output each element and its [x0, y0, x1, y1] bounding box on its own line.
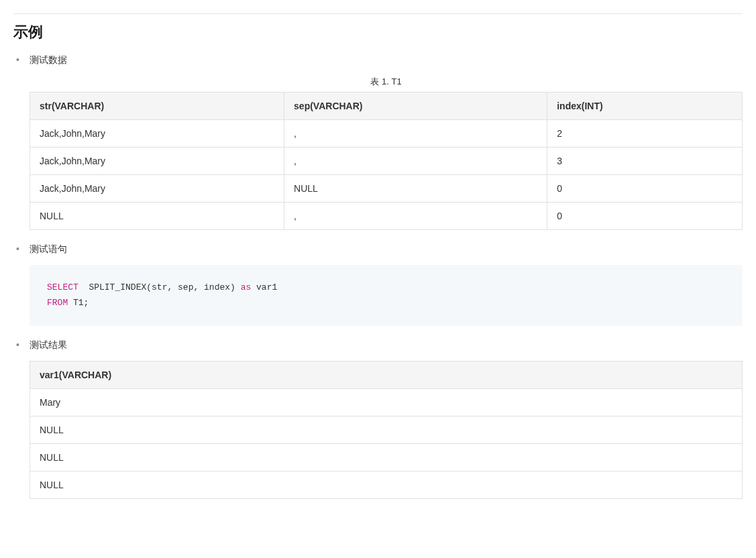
table-row: NULL — [30, 416, 743, 443]
cell: Mary — [30, 388, 743, 416]
code-alias: var1 — [251, 282, 277, 292]
cell: Jack,John,Mary — [30, 175, 284, 203]
keyword-from: FROM — [47, 298, 68, 308]
table-t1: str(VARCHAR) sep(VARCHAR) index(INT) Jac… — [30, 92, 743, 230]
cell: 0 — [547, 175, 743, 203]
th-index: index(INT) — [547, 93, 743, 120]
code-block: SELECT SPLIT_INDEX(str, sep, index) as v… — [30, 265, 743, 326]
th-str: str(VARCHAR) — [30, 93, 284, 120]
section-title: 示例 — [13, 22, 743, 42]
code-from-rest: T1; — [68, 298, 89, 308]
bullet-label-test-result: 测试结果 — [30, 339, 743, 351]
code-body: SPLIT_INDEX(str, sep, index) — [78, 282, 241, 292]
bullet-label-test-stmt: 测试语句 — [30, 243, 743, 256]
table-row: Jack,John,Mary , 3 — [30, 148, 743, 175]
cell: , — [284, 148, 547, 175]
table-row: NULL — [30, 443, 743, 471]
bullet-test-result: 测试结果 var1(VARCHAR) Mary NULL NULL — [13, 339, 743, 499]
table-row: Jack,John,Mary NULL 0 — [30, 175, 743, 203]
th-var1: var1(VARCHAR) — [30, 361, 743, 388]
cell: , — [284, 120, 547, 148]
table-caption: 表 1. T1 — [30, 76, 743, 88]
table-row: NULL — [30, 471, 743, 498]
table-row: Jack,John,Mary , 2 — [30, 120, 743, 148]
cell: , — [284, 203, 547, 230]
cell: 2 — [547, 120, 743, 148]
table-row: NULL , 0 — [30, 203, 743, 230]
cell: NULL — [30, 443, 743, 471]
bullet-label-test-data: 测试数据 — [30, 54, 743, 66]
cell: Jack,John,Mary — [30, 148, 284, 175]
bullet-test-stmt: 测试语句 SELECT SPLIT_INDEX(str, sep, index)… — [13, 243, 743, 326]
table-result: var1(VARCHAR) Mary NULL NULL NULL — [30, 361, 743, 499]
cell: 0 — [547, 203, 743, 230]
cell: NULL — [284, 175, 547, 203]
cell: NULL — [30, 471, 743, 498]
th-sep: sep(VARCHAR) — [284, 93, 547, 120]
cell: NULL — [30, 203, 284, 230]
bullet-test-data: 测试数据 表 1. T1 str(VARCHAR) sep(VARCHAR) i… — [13, 54, 743, 230]
keyword-select: SELECT — [47, 282, 78, 292]
keyword-as: as — [241, 282, 252, 292]
table-row: Mary — [30, 388, 743, 416]
cell: 3 — [547, 148, 743, 175]
cell: Jack,John,Mary — [30, 120, 284, 148]
cell: NULL — [30, 416, 743, 443]
